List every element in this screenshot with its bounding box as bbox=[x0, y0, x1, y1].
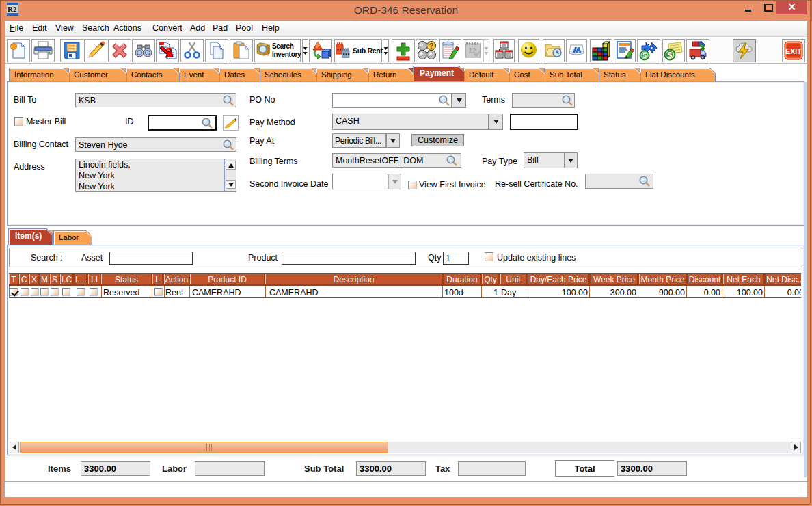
svg-text:Default: Default bbox=[469, 70, 494, 79]
svg-text:Item(s): Item(s) bbox=[15, 231, 42, 241]
svg-text:Status: Status bbox=[604, 70, 626, 79]
svg-text:Event: Event bbox=[184, 70, 204, 79]
svg-text:Schedules: Schedules bbox=[265, 70, 301, 79]
svg-text:Shipping: Shipping bbox=[321, 70, 352, 79]
svg-text:?: ? bbox=[429, 42, 434, 50]
svg-text:Dates: Dates bbox=[224, 70, 245, 79]
svg-text:$: $ bbox=[668, 51, 673, 60]
svg-text:EXIT: EXIT bbox=[785, 47, 802, 55]
svg-text:Customer: Customer bbox=[74, 70, 108, 79]
svg-text:Information: Information bbox=[14, 70, 54, 79]
svg-text:Payment: Payment bbox=[420, 68, 454, 78]
svg-text:Cost: Cost bbox=[514, 70, 530, 79]
svg-text:Sub Total: Sub Total bbox=[550, 70, 582, 79]
svg-text:Return: Return bbox=[373, 70, 397, 79]
svg-text:Flat Discounts: Flat Discounts bbox=[645, 70, 695, 79]
svg-text:Labor: Labor bbox=[59, 233, 79, 241]
svg-text:$: $ bbox=[642, 52, 647, 59]
svg-text:Contacts: Contacts bbox=[131, 70, 163, 79]
